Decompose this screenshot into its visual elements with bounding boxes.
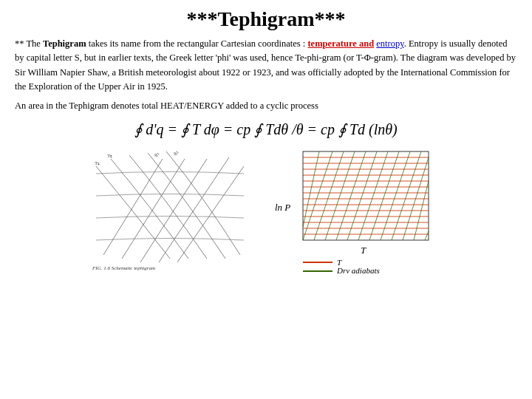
paragraph1: ** The Tephigram takes its name from the… xyxy=(15,37,517,95)
svg-line-3 xyxy=(159,157,229,262)
svg-text:Dry adiabats: Dry adiabats xyxy=(336,266,380,273)
svg-text:θ₁: θ₁ xyxy=(153,151,160,158)
diagram-right: ln P xyxy=(266,144,443,273)
svg-text:FIG. 1.6  Schematic tephigram: FIG. 1.6 Schematic tephigram xyxy=(92,265,155,271)
svg-rect-11 xyxy=(303,151,429,240)
formula: ∮ d'q = ∮ T dφ = cp ∮ Tdθ /θ = cp ∮ Td (… xyxy=(15,120,517,138)
diagram-left: FIG. 1.6 Schematic tephigram θ₁ θ₂ T₁ T₂ xyxy=(89,144,251,273)
svg-line-2 xyxy=(140,159,207,262)
svg-text:T₂: T₂ xyxy=(107,153,112,159)
svg-text:θ₂: θ₂ xyxy=(172,149,180,157)
svg-text:T: T xyxy=(361,245,366,256)
page-title: ***Tephigram*** xyxy=(15,7,517,31)
bottom-section: FIG. 1.6 Schematic tephigram θ₁ θ₂ T₁ T₂… xyxy=(15,144,517,273)
svg-text:ln P: ln P xyxy=(275,202,290,213)
svg-text:T₁: T₁ xyxy=(95,160,100,166)
paragraph2: An area in the Tephigram denotes total H… xyxy=(15,99,517,113)
svg-line-4 xyxy=(177,166,244,262)
page: ***Tephigram*** ** The Tephigram takes i… xyxy=(0,0,532,399)
